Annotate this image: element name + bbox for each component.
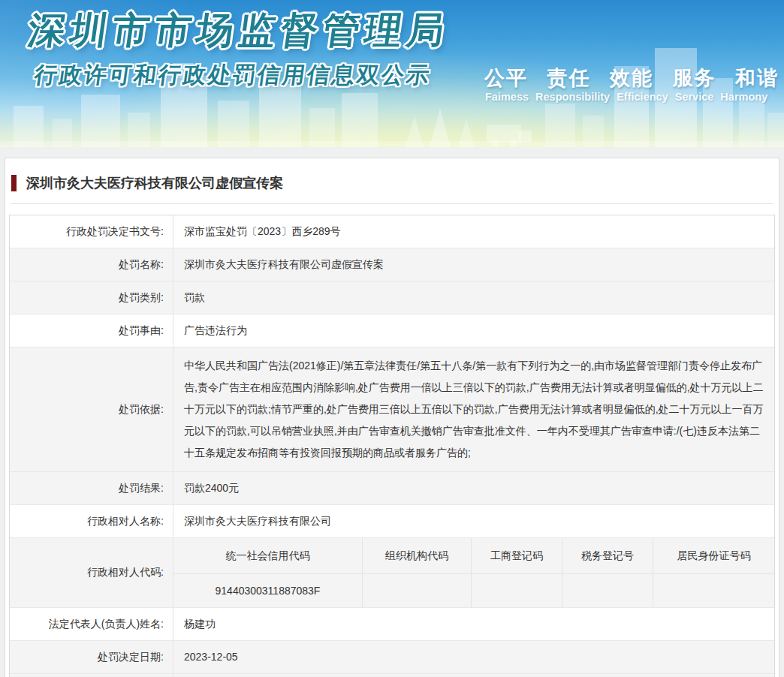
code-col-header-tax-reg: 税务登记号	[562, 538, 653, 573]
code-value-org-code	[363, 574, 472, 607]
row-label: 行政相对人代码:	[10, 538, 173, 607]
party-codes-subtable: 统一社会信用代码 组织机构代码 工商登记码 税务登记号 居民身份证号码 9144…	[173, 538, 774, 607]
slogan-english: Faimess Responsibility Efficiency Servic…	[485, 91, 767, 103]
table-row-penalty-result: 处罚结果: 罚款2400元	[10, 472, 774, 505]
row-label: 处罚决定日期:	[10, 641, 173, 673]
code-col-header-business-reg: 工商登记码	[472, 538, 562, 573]
agency-title: 深圳市市场监督管理局	[25, 6, 452, 56]
table-row-penalty-reason: 处罚事由: 广告违法行为	[10, 314, 774, 348]
code-value-credit-code: 91440300311887083F	[173, 574, 363, 607]
banner-subtitle: 行政许可和行政处罚信用信息双公示	[32, 60, 433, 91]
penalty-info-table: 行政处罚决定书文号: 深市监宝处罚〔2023〕西乡289号 处罚名称: 深圳市灸…	[9, 215, 775, 677]
content-panel: 深圳市灸大夫医疗科技有限公司虚假宣传案 行政处罚决定书文号: 深市监宝处罚〔20…	[5, 158, 779, 677]
code-value-business-reg	[472, 574, 562, 607]
table-row-penalty-basis: 处罚依据: 中华人民共和国广告法(2021修正)/第五章法律责任/第五十八条/第…	[10, 348, 774, 472]
row-value: 深市监宝处罚〔2023〕西乡289号	[173, 215, 774, 248]
row-value: 杨建功	[173, 608, 774, 640]
table-row-party-name: 行政相对人名称: 深圳市灸大夫医疗科技有限公司	[10, 505, 774, 538]
row-value: 罚款	[173, 281, 774, 314]
party-codes-header-row: 统一社会信用代码 组织机构代码 工商登记码 税务登记号 居民身份证号码	[173, 538, 774, 574]
code-col-header-org-code: 组织机构代码	[363, 538, 472, 573]
row-value: 深圳市灸大夫医疗科技有限公司虚假宣传案	[173, 248, 774, 281]
row-label: 法定代表人(负责人)姓名:	[10, 608, 173, 640]
row-value: 罚款2400元	[173, 472, 774, 504]
table-row-penalty-category: 处罚类别: 罚款	[10, 281, 774, 314]
row-label: 处罚事由:	[10, 314, 173, 347]
table-row-decision-number: 行政处罚决定书文号: 深市监宝处罚〔2023〕西乡289号	[10, 215, 774, 248]
row-label: 处罚名称:	[10, 248, 173, 281]
table-row-party-codes: 行政相对人代码: 统一社会信用代码 组织机构代码 工商登记码 税务登记号 居民身…	[10, 538, 774, 608]
code-col-header-credit-code: 统一社会信用代码	[173, 538, 363, 573]
party-codes-value-row: 91440300311887083F	[173, 574, 774, 607]
slogan-chinese: 公平 责任 效能 服务 和谐	[484, 65, 779, 92]
table-row-penalty-authority: 处罚机关: 深圳市市场监督管理局宝安监管局	[10, 674, 774, 677]
case-title: 深圳市灸大夫医疗科技有限公司虚假宣传案	[26, 174, 283, 192]
row-label: 行政处罚决定书文号:	[10, 215, 173, 248]
code-col-header-id-number: 居民身份证号码	[653, 538, 774, 573]
row-label: 处罚结果:	[10, 472, 173, 504]
table-row-decision-date: 处罚决定日期: 2023-12-05	[10, 641, 774, 674]
case-title-block: 深圳市灸大夫医疗科技有限公司虚假宣传案	[5, 158, 779, 192]
code-value-tax-reg	[562, 574, 653, 607]
row-value: 深圳市市场监督管理局宝安监管局	[173, 674, 774, 677]
row-label: 处罚机关:	[10, 674, 173, 677]
row-label: 处罚依据:	[10, 348, 173, 471]
title-divider	[11, 203, 773, 204]
header-banner: 深圳市市场监督管理局 行政许可和行政处罚信用信息双公示 公平 责任 效能 服务 …	[0, 0, 784, 147]
row-label: 处罚类别:	[10, 281, 173, 314]
table-row-penalty-name: 处罚名称: 深圳市灸大夫医疗科技有限公司虚假宣传案	[10, 248, 774, 281]
table-row-legal-representative: 法定代表人(负责人)姓名: 杨建功	[10, 608, 774, 641]
code-value-id-number	[653, 574, 774, 607]
row-value: 2023-12-05	[173, 641, 774, 673]
row-label: 行政相对人名称:	[10, 505, 173, 537]
row-value: 广告违法行为	[173, 314, 774, 347]
title-marker-bar	[11, 175, 17, 191]
row-value: 深圳市灸大夫医疗科技有限公司	[173, 505, 774, 537]
row-value: 中华人民共和国广告法(2021修正)/第五章法律责任/第五十八条/第一款有下列行…	[173, 348, 774, 471]
